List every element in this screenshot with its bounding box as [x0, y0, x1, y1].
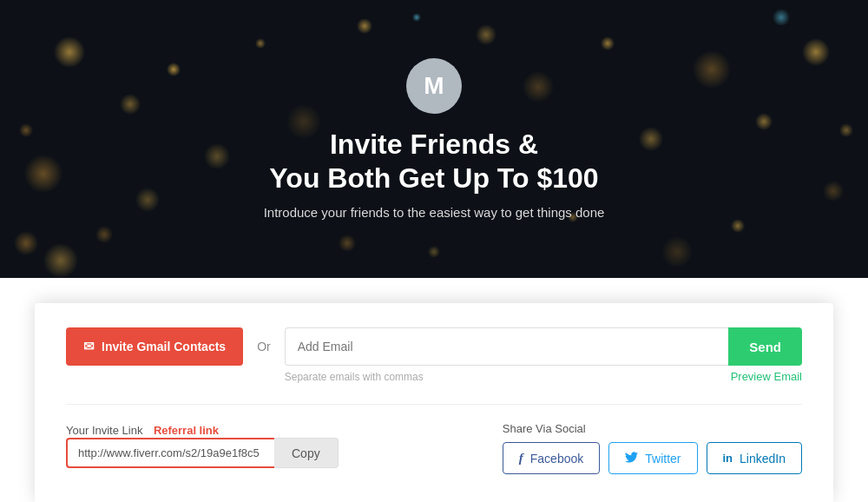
send-label: Send [749, 340, 781, 354]
hero-section: M Invite Friends & You Both Get Up To $1… [0, 0, 868, 278]
svg-point-19 [661, 236, 693, 268]
hero-title-line2: You Both Get Up To $100 [269, 162, 598, 194]
svg-point-6 [255, 38, 266, 49]
svg-point-3 [167, 63, 181, 76]
invite-gmail-label: Invite Gmail Contacts [102, 340, 226, 353]
svg-point-17 [823, 181, 844, 201]
linkedin-button[interactable]: in LinkedIn [707, 442, 803, 474]
svg-point-5 [95, 226, 113, 243]
envelope-icon: ✉ [83, 339, 95, 354]
svg-point-10 [476, 24, 496, 45]
svg-point-24 [428, 246, 440, 258]
svg-point-4 [204, 143, 230, 169]
facebook-icon: f [519, 451, 523, 466]
svg-point-9 [412, 13, 421, 22]
avatar-letter: M [424, 72, 444, 100]
svg-point-26 [14, 231, 38, 255]
twitter-icon [625, 451, 638, 466]
svg-point-25 [43, 243, 78, 278]
facebook-button[interactable]: f Facebook [503, 442, 600, 474]
invite-panel: ✉ Invite Gmail Contacts Or Send Separate… [35, 303, 833, 502]
email-input[interactable] [285, 327, 729, 366]
svg-point-16 [802, 38, 830, 66]
hero-title-line1: Invite Friends & [330, 129, 538, 160]
preview-email-link[interactable]: Preview Email [731, 370, 802, 383]
bottom-row: Your Invite Link Referral link Copy Shar… [66, 422, 802, 474]
share-label: Share Via Social [503, 422, 802, 435]
invite-row: ✉ Invite Gmail Contacts Or Send Separate… [66, 327, 802, 383]
avatar: M [406, 58, 462, 114]
twitter-button[interactable]: Twitter [608, 442, 697, 474]
svg-point-11 [523, 71, 554, 102]
svg-point-28 [839, 123, 853, 137]
svg-point-22 [135, 188, 160, 212]
svg-point-27 [773, 9, 790, 26]
svg-point-15 [755, 113, 773, 130]
svg-point-14 [693, 50, 731, 89]
send-button[interactable]: Send [728, 327, 802, 366]
svg-point-1 [120, 94, 141, 115]
link-copy-row: Copy [66, 438, 339, 468]
email-hint: Separate emails with commas [285, 371, 424, 383]
svg-point-23 [339, 234, 356, 252]
facebook-label: Facebook [530, 452, 583, 466]
email-input-row: Send [285, 327, 802, 366]
svg-point-0 [54, 36, 85, 68]
invite-link-label: Your Invite Link [66, 424, 142, 437]
svg-point-2 [24, 155, 62, 193]
copy-button[interactable]: Copy [274, 438, 339, 468]
or-separator: Or [243, 327, 285, 366]
svg-point-8 [357, 18, 372, 34]
svg-point-18 [731, 219, 745, 233]
invite-gmail-button[interactable]: ✉ Invite Gmail Contacts [66, 327, 243, 366]
linkedin-label: LinkedIn [740, 452, 786, 466]
twitter-label: Twitter [645, 452, 681, 466]
referral-link-input[interactable] [66, 438, 274, 468]
hero-title: Invite Friends & You Both Get Up To $100 [269, 128, 598, 195]
linkedin-icon: in [723, 452, 733, 465]
svg-point-13 [639, 127, 663, 151]
email-column: Send Separate emails with commas Preview… [285, 327, 802, 383]
social-buttons: f Facebook Twitter in LinkedIn [503, 442, 802, 474]
invite-link-section: Your Invite Link Referral link Copy [66, 422, 339, 468]
svg-point-12 [601, 36, 615, 50]
referral-badge: Referral link [154, 424, 219, 437]
copy-label: Copy [292, 446, 320, 460]
share-section: Share Via Social f Facebook Twitter in [503, 422, 802, 474]
invite-link-header: Your Invite Link Referral link [66, 422, 339, 438]
divider [66, 404, 802, 405]
hero-subtitle: Introduce your friends to the easiest wa… [264, 205, 605, 220]
svg-point-21 [19, 123, 33, 137]
